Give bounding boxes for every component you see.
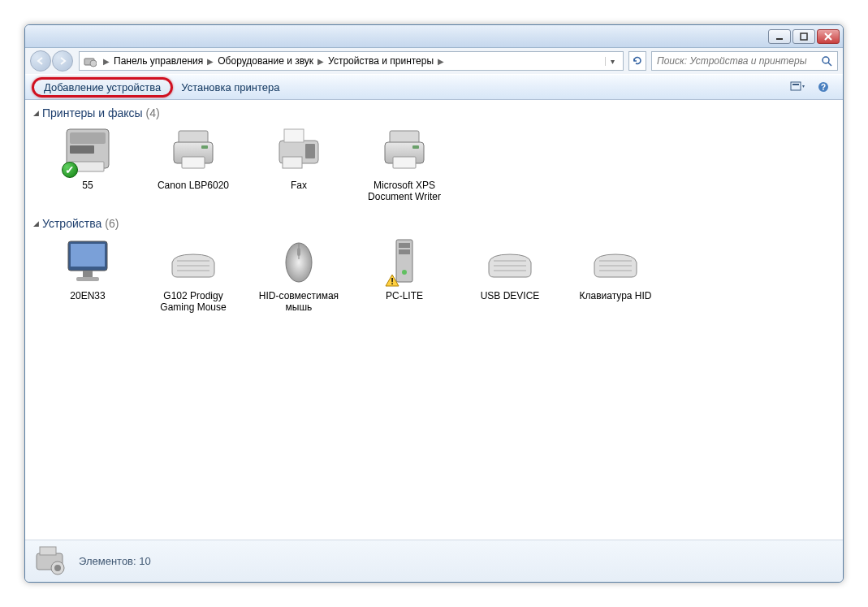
- nav-row: ▶ Панель управления ▶ Оборудование и зву…: [25, 48, 843, 74]
- svg-rect-31: [801, 33, 807, 40]
- device-label: 20EN33: [70, 290, 105, 301]
- device-label: G102 Prodigy Gaming Mouse: [149, 290, 238, 313]
- device-label: Fax: [291, 180, 307, 191]
- content-area: ◢Принтеры и факсы(4)✓55Canon LBP6020FaxM…: [25, 100, 843, 540]
- device-icon: [55, 235, 120, 287]
- device-item[interactable]: Microsoft XPS Document Writer: [360, 124, 449, 202]
- devices-icon: [83, 54, 97, 68]
- view-options-button[interactable]: [784, 81, 810, 93]
- status-text: Элементов: 10: [79, 555, 151, 567]
- explorer-window: ▶ Панель управления ▶ Оборудование и зву…: [24, 24, 844, 583]
- device-icon: [161, 124, 226, 176]
- device-group: ◢Принтеры и факсы(4)✓55Canon LBP6020FaxM…: [33, 106, 835, 202]
- maximize-button[interactable]: [792, 29, 815, 44]
- svg-rect-38: [791, 82, 801, 90]
- refresh-button[interactable]: [628, 51, 646, 71]
- device-item[interactable]: HID-совместимая мышь: [254, 235, 343, 313]
- device-item[interactable]: Клавиатура HID: [571, 235, 660, 313]
- device-item[interactable]: Canon LBP6020: [149, 124, 238, 202]
- device-group: ◢Устройства(6)20EN33G102 Prodigy Gaming …: [33, 217, 835, 313]
- device-item[interactable]: USB DEVICE: [465, 235, 555, 313]
- add-device-button[interactable]: Добавление устройства: [32, 77, 173, 98]
- command-bar: Добавление устройства Установка принтера…: [25, 74, 843, 100]
- group-title: Принтеры и факсы: [42, 106, 143, 119]
- titlebar[interactable]: [25, 25, 843, 48]
- search-icon: [821, 55, 832, 67]
- device-icon: [477, 235, 542, 287]
- check-badge-icon: ✓: [62, 162, 78, 178]
- svg-rect-39: [792, 84, 799, 85]
- device-icon: [266, 235, 331, 287]
- status-bar: Элементов: 10: [25, 540, 843, 582]
- chevron-right-icon: ▶: [101, 57, 112, 66]
- status-icon: [33, 545, 69, 578]
- collapse-icon: ◢: [33, 219, 39, 228]
- address-bar[interactable]: ▶ Панель управления ▶ Оборудование и зву…: [79, 51, 624, 71]
- device-item[interactable]: G102 Prodigy Gaming Mouse: [149, 235, 238, 313]
- svg-text:?: ?: [821, 83, 826, 92]
- device-label: USB DEVICE: [481, 290, 540, 301]
- collapse-icon: ◢: [33, 109, 39, 117]
- chevron-right-icon: ▶: [435, 57, 447, 66]
- warning-badge-icon: !: [385, 274, 399, 287]
- device-item[interactable]: !PC-LITE: [360, 235, 449, 313]
- device-icon: !: [372, 235, 437, 287]
- breadcrumb-item[interactable]: Оборудование и звук: [216, 55, 315, 67]
- device-label: HID-совместимая мышь: [254, 290, 343, 313]
- breadcrumb-item[interactable]: Панель управления: [112, 55, 205, 67]
- device-label: Microsoft XPS Document Writer: [360, 180, 449, 202]
- svg-text:!: !: [391, 276, 394, 286]
- close-button[interactable]: [817, 29, 840, 44]
- device-icon: [583, 235, 648, 287]
- device-item[interactable]: ✓55: [43, 124, 132, 202]
- breadcrumb-item[interactable]: Устройства и принтеры: [326, 55, 435, 67]
- chevron-right-icon: ▶: [315, 57, 326, 66]
- device-label: PC-LITE: [386, 290, 423, 301]
- svg-point-36: [823, 57, 829, 63]
- minimize-button[interactable]: [768, 29, 791, 44]
- device-icon: ✓: [55, 124, 120, 176]
- device-icon: [266, 124, 331, 176]
- svg-point-35: [90, 60, 97, 67]
- search-box[interactable]: [651, 51, 838, 71]
- device-label: 55: [82, 180, 93, 191]
- device-icon: [161, 235, 226, 287]
- device-item[interactable]: 20EN33: [43, 235, 132, 313]
- add-printer-button[interactable]: Установка принтера: [173, 79, 287, 96]
- group-count: (4): [146, 106, 160, 119]
- search-input[interactable]: [657, 55, 832, 67]
- address-dropdown[interactable]: ▾: [605, 57, 620, 66]
- group-header[interactable]: ◢Устройства(6): [33, 217, 835, 230]
- back-button[interactable]: [30, 50, 51, 72]
- device-label: Клавиатура HID: [580, 290, 652, 301]
- svg-line-37: [828, 63, 831, 66]
- group-count: (6): [105, 217, 119, 230]
- device-label: Canon LBP6020: [158, 180, 229, 191]
- device-item[interactable]: Fax: [254, 124, 343, 202]
- group-title: Устройства: [42, 217, 101, 230]
- help-button[interactable]: ?: [810, 81, 836, 93]
- group-header[interactable]: ◢Принтеры и факсы(4): [33, 106, 835, 119]
- forward-button[interactable]: [52, 50, 73, 72]
- device-icon: [372, 124, 437, 176]
- chevron-right-icon: ▶: [205, 57, 216, 66]
